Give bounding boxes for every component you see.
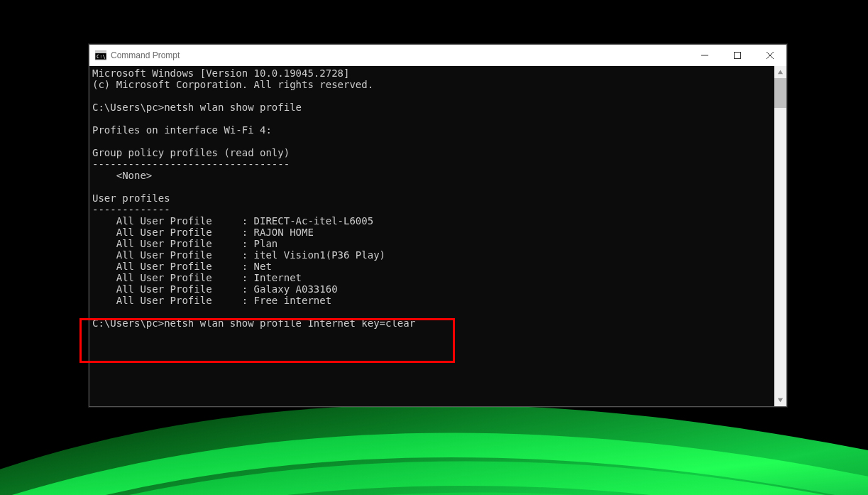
terminal-content[interactable]: Microsoft Windows [Version 10.0.19045.27… <box>89 66 774 406</box>
maximize-button[interactable] <box>721 45 754 66</box>
scrollbar[interactable] <box>774 66 786 406</box>
command-prompt-window: C:\ Command Prompt Microsoft Windows [Ve… <box>89 44 787 407</box>
window-title: Command Prompt <box>111 50 180 60</box>
terminal-body[interactable]: Microsoft Windows [Version 10.0.19045.27… <box>89 66 786 406</box>
titlebar[interactable]: C:\ Command Prompt <box>89 45 786 66</box>
svg-rect-1 <box>95 51 106 53</box>
scroll-up-arrow[interactable] <box>774 66 786 78</box>
svg-rect-4 <box>735 53 741 59</box>
scrollbar-track[interactable] <box>774 78 786 394</box>
close-button[interactable] <box>754 45 786 66</box>
minimize-button[interactable] <box>688 45 721 66</box>
scrollbar-thumb[interactable] <box>774 78 786 108</box>
svg-text:C:\: C:\ <box>97 54 106 60</box>
app-icon: C:\ <box>95 50 106 61</box>
scroll-down-arrow[interactable] <box>774 394 786 406</box>
